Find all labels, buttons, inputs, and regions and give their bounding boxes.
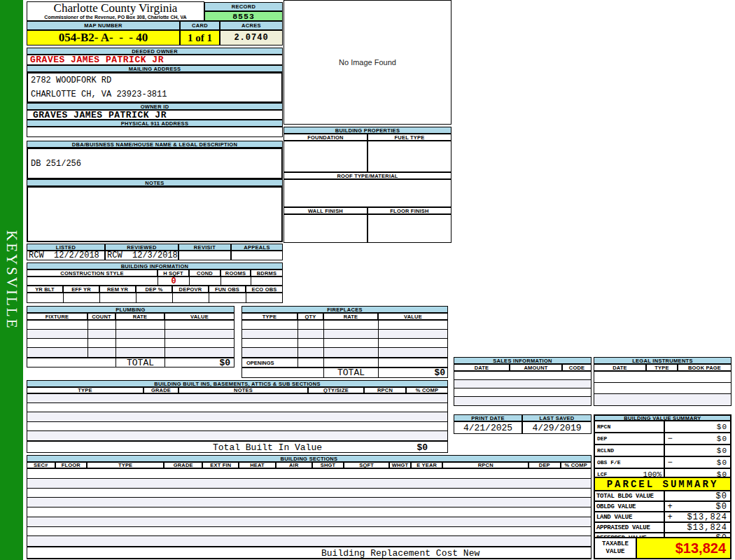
yrblt-header: YR BLT (27, 286, 63, 293)
empty-row (27, 339, 234, 348)
listed-value: RCW 12/2/2018 (27, 251, 105, 260)
building-information-values: 0 (27, 276, 283, 286)
bsec-dep-header: DEP (528, 462, 560, 468)
ps-total-bldg-label: TOTAL BLDG VALUE (595, 491, 665, 500)
legal-instruments-body (594, 371, 732, 406)
fireplaces-qty-header: QTY (298, 313, 323, 320)
construction-style-header: CONSTRUCTION STYLE (27, 270, 158, 276)
mailing-address-header: MAILING ADDRESS (27, 65, 283, 72)
bsec-type-header: TYPE (87, 462, 164, 468)
fireplaces-total-value: $0 (379, 368, 447, 377)
bvs-row-rclnd: RCLND $0 (594, 445, 732, 457)
built-ins-total-row: Total Built In Value $0 (27, 441, 448, 453)
empty-row (242, 348, 447, 357)
empty-cell (209, 293, 246, 302)
bsec-sqft-header: SQFT (344, 462, 389, 468)
roof-type-header: ROOF TYPE/MATERIAL (284, 172, 451, 179)
plumbing-count-header: COUNT (88, 313, 115, 320)
wall-finish-value (284, 214, 368, 243)
roof-type-value (284, 179, 451, 207)
empty-cell (136, 293, 173, 302)
empty-row (27, 498, 591, 507)
fireplaces-total-label: TOTAL (324, 368, 379, 377)
cond-header: COND (189, 270, 220, 276)
ps-land-value: $13,824 (675, 512, 730, 522)
card-value: 1 of 1 (180, 30, 220, 46)
district-label: KEYSVILLE (3, 230, 20, 330)
built-ins-rpcn-header: RPCN (364, 387, 406, 393)
empty-row (27, 507, 591, 517)
plumbing-total-value: $0 (165, 358, 232, 367)
sales-information-body (454, 371, 592, 406)
fuel-type-header: FUEL TYPE (368, 134, 451, 141)
fireplaces-total-row: TOTAL $0 (241, 368, 448, 378)
legal-bookpage-header: BOOK PAGE (678, 364, 732, 371)
ps-row-appraised: APPRAISED VALUE $13,824 (594, 523, 732, 533)
floor-finish-header: FLOOR FINISH (368, 207, 451, 214)
empty-row (27, 422, 447, 431)
legal-description-header: DBA/BUISNESS NAME/HOUSE NAME & LEGAL DES… (27, 141, 283, 148)
empty-row (27, 479, 591, 489)
parcel-summary-header: PARCEL SUMMARY (594, 477, 732, 491)
effyr-header: EFF YR (63, 286, 99, 293)
building-properties-header: BUILDING PROPERTIES (284, 127, 451, 134)
ps-row-land: LAND VALUE + $13,824 (594, 512, 732, 523)
bsec-floor-header: FLOOR (55, 462, 87, 468)
map-number-value: 054-B2- A- - - 40 (27, 30, 180, 46)
bdrms-header: BDRMS (251, 270, 283, 276)
ps-total-bldg-value: $0 (675, 491, 730, 500)
ps-row-total-bldg: TOTAL BLDG VALUE $0 (594, 491, 732, 502)
empty-row (27, 403, 447, 412)
bvs-obs-value: $0 (675, 457, 730, 468)
empty-row (27, 517, 591, 527)
sales-date-header: DATE (454, 364, 510, 371)
ecoobs-header: ECO OBS (246, 286, 283, 293)
empty-row (27, 394, 447, 403)
funobs-header: FUN OBS (209, 286, 246, 293)
bvs-row-rpcn: RPCN $0 (594, 421, 732, 433)
empty-row (27, 321, 234, 330)
ps-obldg-value: $0 (675, 502, 730, 511)
built-ins-comp-header: % COMP (406, 387, 448, 393)
empty-row (27, 527, 591, 537)
empty-row (454, 397, 591, 405)
bdrms-value (251, 277, 282, 285)
empty-cell (173, 293, 209, 302)
empty-row (454, 372, 591, 380)
depovr-header: DEPOVR (172, 286, 209, 293)
plumbing-header: PLUMBING (27, 306, 234, 313)
empty-row (242, 321, 447, 330)
cond-value (190, 277, 221, 285)
bvs-rclnd-label: RCLND (595, 445, 665, 456)
plumbing-total-label: TOTAL (116, 358, 165, 367)
property-image-placeholder: No Image Found (284, 0, 451, 125)
acres-value: 2.0740 (220, 30, 283, 46)
taxable-value-amount: $13,824 (637, 537, 732, 559)
mailing-address-box: 2782 WOODFORK RD CHARLOTTE CH, VA 23923-… (27, 72, 283, 103)
built-ins-notes-header: NOTES (178, 387, 308, 393)
bsec-rpcn-header: RPCN (442, 462, 528, 468)
card-header: CARD (180, 21, 220, 30)
empty-cell (27, 293, 64, 302)
empty-row (27, 412, 447, 421)
bvs-dep-label: DEP (595, 433, 665, 444)
reviewed-value: RCW 12/3/2018 (105, 251, 178, 260)
empty-row (454, 380, 591, 388)
ps-total-bldg-op (665, 491, 675, 500)
bvs-rclnd-value: $0 (675, 445, 730, 456)
fireplaces-body (241, 320, 448, 358)
district-sidebar: KEYSVILLE (0, 0, 23, 560)
ps-obldg-label: OBLDG VALUE (595, 502, 665, 511)
bvs-row-dep: DEP − $0 (594, 433, 732, 445)
owner-id-header: OWNER ID (27, 103, 283, 110)
empty-cell (246, 293, 282, 302)
empty-cell (298, 358, 324, 367)
building-value-summary-table: RPCN $0 DEP − $0 RCLND $0 OBS F/E − $0 L… (594, 421, 732, 481)
empty-cell (27, 358, 116, 367)
bsec-grade-header: GRADE (164, 462, 202, 468)
empty-row (242, 339, 447, 348)
bsec-whgt-header: WHGT (389, 462, 411, 468)
empty-row (27, 536, 591, 546)
building-sections-footer-row: Building Replacement Cost New (27, 547, 592, 559)
remyr-header: REM YR (99, 286, 136, 293)
